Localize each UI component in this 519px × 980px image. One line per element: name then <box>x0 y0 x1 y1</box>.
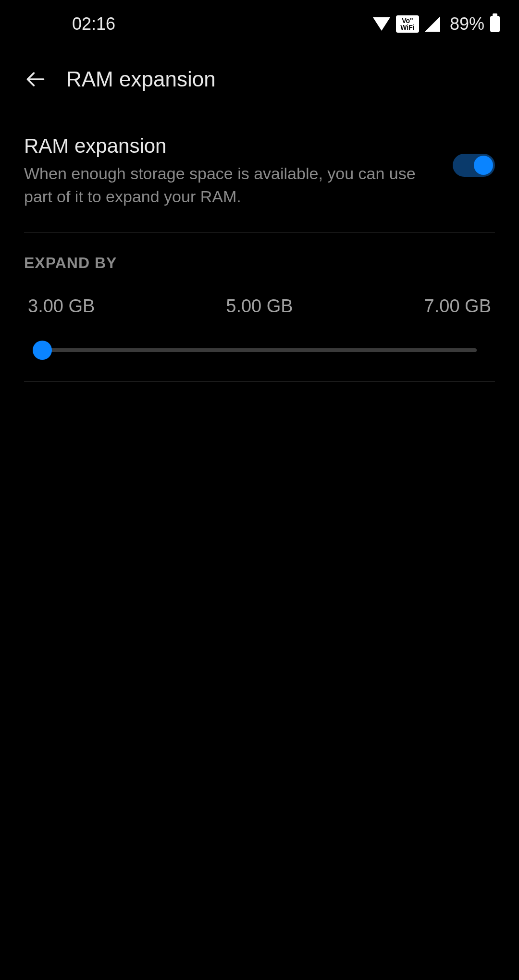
setting-title: RAM expansion <box>24 135 438 158</box>
arrow-left-icon <box>25 69 46 90</box>
expand-by-section: EXPAND BY 3.00 GB 5.00 GB 7.00 GB <box>24 233 495 382</box>
expand-by-slider[interactable] <box>42 341 477 360</box>
setting-description: When enough storage space is available, … <box>24 162 438 208</box>
status-right: Vo" WiFi 89% <box>373 14 500 34</box>
expand-by-header: EXPAND BY <box>24 254 495 272</box>
vowifi-icon: Vo" WiFi <box>396 15 419 33</box>
ram-expansion-setting: RAM expansion When enough storage space … <box>24 110 495 233</box>
status-time: 02:16 <box>72 14 115 34</box>
vowifi-bottom: WiFi <box>400 24 414 31</box>
slider-label-0: 3.00 GB <box>28 296 95 317</box>
page-header: RAM expansion <box>0 48 519 110</box>
page-title: RAM expansion <box>66 67 216 91</box>
slider-labels: 3.00 GB 5.00 GB 7.00 GB <box>24 296 495 317</box>
back-button[interactable] <box>24 68 47 91</box>
toggle-thumb <box>474 156 493 175</box>
vowifi-top: Vo" <box>402 17 413 24</box>
slider-label-1: 5.00 GB <box>226 296 293 317</box>
ram-expansion-toggle[interactable] <box>453 154 495 177</box>
slider-label-2: 7.00 GB <box>424 296 491 317</box>
wifi-icon <box>373 17 390 31</box>
slider-track <box>42 348 477 352</box>
signal-icon <box>425 16 440 32</box>
battery-icon <box>490 16 500 32</box>
content: RAM expansion When enough storage space … <box>0 110 519 382</box>
setting-text: RAM expansion When enough storage space … <box>24 135 453 208</box>
slider-thumb <box>33 341 52 360</box>
status-bar: 02:16 Vo" WiFi 89% <box>0 0 519 48</box>
battery-percentage: 89% <box>450 14 484 34</box>
